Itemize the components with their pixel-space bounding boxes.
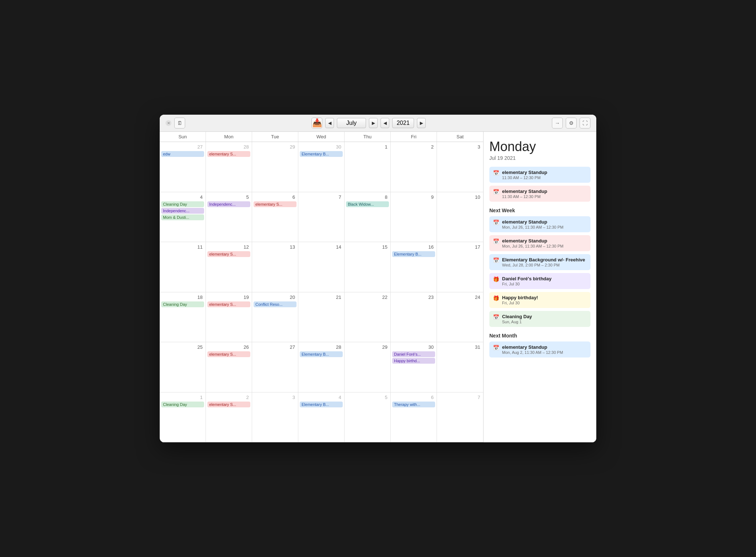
- event-time: Mon, Jul 26, 11:30 AM – 12:30 PM: [502, 244, 564, 248]
- calendar-cell[interactable]: 8Black Widow...: [345, 192, 391, 242]
- event-icon: 📅: [493, 220, 499, 225]
- next-year-button[interactable]: ▶: [417, 118, 426, 128]
- event-pill[interactable]: Cleaning Day: [161, 402, 204, 407]
- calendar-cell[interactable]: 1Cleaning Day: [160, 392, 206, 443]
- event-pill[interactable]: Daniel Foré's...: [392, 351, 435, 357]
- day-number: 2: [207, 394, 250, 401]
- calendar-cell[interactable]: 23: [391, 292, 437, 343]
- calendar-cell[interactable]: 20Conflict Reso...: [252, 292, 298, 343]
- calendar-cell[interactable]: 7: [437, 392, 483, 443]
- calendar-cell[interactable]: 28elementary S...: [206, 142, 252, 192]
- event-pill[interactable]: Black Widow...: [346, 201, 389, 207]
- event-pill[interactable]: Cleaning Day: [161, 301, 204, 307]
- fullscreen-button[interactable]: ⛶: [580, 118, 590, 129]
- calendar-cell[interactable]: 2: [391, 142, 437, 192]
- calendar-cell[interactable]: 26elementary S...: [206, 342, 252, 392]
- day-number: 21: [300, 294, 343, 301]
- event-pill[interactable]: elementary S...: [207, 351, 250, 357]
- calendar-cell[interactable]: 5Independenc...: [206, 192, 252, 242]
- import-button[interactable]: 📥: [311, 118, 322, 129]
- event-title: Daniel Foré's birthday: [502, 276, 552, 281]
- export-button[interactable]: →: [552, 118, 563, 129]
- event-pill[interactable]: Elementary B...: [300, 351, 343, 357]
- sidebar-event[interactable]: 📅 elementary Standup 11:30 AM – 12:30 PM: [489, 186, 590, 202]
- day-header-fri: Fri: [391, 132, 437, 142]
- import-icon: 📥: [312, 118, 322, 128]
- calendar-cell[interactable]: 21: [298, 292, 345, 343]
- day-header-wed: Wed: [298, 132, 345, 142]
- calendar-cell[interactable]: 28Elementary B...: [298, 342, 345, 392]
- settings-button[interactable]: ⚙: [566, 118, 577, 129]
- calendar-cell[interactable]: 1: [345, 142, 391, 192]
- prev-year-button[interactable]: ◀: [381, 118, 389, 128]
- calendar-cell[interactable]: 7: [298, 192, 345, 242]
- sidebar-event[interactable]: 📅 elementary Standup Mon, Jul 26, 11:30 …: [489, 216, 590, 232]
- event-details: Daniel Foré's birthday Fri, Jul 30: [502, 276, 552, 286]
- calendar-cell[interactable]: 10: [437, 192, 483, 242]
- sidebar-event[interactable]: 📅 elementary Standup Mon, Jul 26, 11:30 …: [489, 235, 590, 251]
- event-pill[interactable]: elementary S...: [207, 301, 250, 307]
- day-number: 1: [346, 143, 389, 150]
- sidebar-event[interactable]: 🎁 Daniel Foré's birthday Fri, Jul 30: [489, 273, 590, 289]
- event-pill[interactable]: Happy birthd...: [392, 358, 435, 364]
- event-pill[interactable]: Therapy with...: [392, 402, 435, 407]
- calendar-cell[interactable]: 29: [345, 342, 391, 392]
- event-pill[interactable]: elementary S...: [254, 201, 297, 207]
- calendar-cell[interactable]: 30Daniel Foré's...Happy birthd...: [391, 342, 437, 392]
- event-pill[interactable]: Independenc...: [207, 201, 250, 207]
- next-month-button[interactable]: ▶: [369, 118, 378, 128]
- event-pill[interactable]: Elementary B...: [392, 251, 435, 257]
- add-calendar-button[interactable]: 🗓: [174, 118, 185, 129]
- calendar-cell[interactable]: 25: [160, 342, 206, 392]
- calendar-cell[interactable]: 3: [437, 142, 483, 192]
- calendar-cell[interactable]: 15: [345, 242, 391, 292]
- event-pill[interactable]: Elementary B...: [300, 151, 343, 157]
- calendar-cell[interactable]: 24: [437, 292, 483, 343]
- calendar-cell[interactable]: 11: [160, 242, 206, 292]
- event-pill[interactable]: Independenc...: [161, 208, 204, 214]
- calendar-cell[interactable]: 16Elementary B...: [391, 242, 437, 292]
- sidebar-event[interactable]: 📅 elementary Standup Mon, Aug 2, 11:30 A…: [489, 341, 590, 357]
- event-title: elementary Standup: [502, 189, 547, 194]
- event-pill[interactable]: edw: [161, 151, 204, 157]
- calendar-cell[interactable]: 3: [252, 392, 298, 443]
- sidebar-event[interactable]: 📅 elementary Standup 11:30 AM – 12:30 PM: [489, 167, 590, 183]
- event-pill[interactable]: Conflict Reso...: [254, 301, 297, 307]
- event-pill[interactable]: elementary S...: [207, 251, 250, 257]
- calendar-cell[interactable]: 2elementary S...: [206, 392, 252, 443]
- close-button[interactable]: ✕: [166, 120, 171, 126]
- calendar-cell[interactable]: 19elementary S...: [206, 292, 252, 343]
- sidebar: Monday Jul 19 2021 📅 elementary Standup …: [484, 132, 596, 442]
- day-header-sat: Sat: [437, 132, 483, 142]
- calendar-cell[interactable]: 27edw: [160, 142, 206, 192]
- calendar-cell[interactable]: 18Cleaning Day: [160, 292, 206, 343]
- calendar-cell[interactable]: 4Cleaning DayIndependenc...Mom & Dusti..…: [160, 192, 206, 242]
- calendar-cell[interactable]: 17: [437, 242, 483, 292]
- calendar-cell[interactable]: 22: [345, 292, 391, 343]
- calendar-cell[interactable]: 29: [252, 142, 298, 192]
- calendar-cell[interactable]: 9: [391, 192, 437, 242]
- event-pill[interactable]: Elementary B...: [300, 402, 343, 407]
- event-pill[interactable]: elementary S...: [207, 151, 250, 157]
- calendar-cell[interactable]: 13: [252, 242, 298, 292]
- sidebar-event[interactable]: 🎁 Happy birthday! Fri, Jul 30: [489, 292, 590, 308]
- event-pill[interactable]: Cleaning Day: [161, 201, 204, 207]
- calendar-cell[interactable]: 30Elementary B...: [298, 142, 345, 192]
- event-time: Sun, Aug 1: [502, 320, 532, 324]
- calendar-cell[interactable]: 5: [345, 392, 391, 443]
- sidebar-event[interactable]: 📅 Elementary Background w/- Freehive Wed…: [489, 254, 590, 270]
- toolbar-left: ✕ 🗓: [166, 118, 185, 129]
- day-number: 4: [300, 394, 343, 401]
- sidebar-event[interactable]: 📅 Cleaning Day Sun, Aug 1: [489, 311, 590, 327]
- event-title: elementary Standup: [502, 344, 563, 350]
- calendar-cell[interactable]: 6Therapy with...: [391, 392, 437, 443]
- event-pill[interactable]: elementary S...: [207, 402, 250, 407]
- calendar-cell[interactable]: 14: [298, 242, 345, 292]
- prev-month-button[interactable]: ◀: [325, 118, 334, 128]
- event-pill[interactable]: Mom & Dusti...: [161, 214, 204, 220]
- calendar-cell[interactable]: 12elementary S...: [206, 242, 252, 292]
- calendar-cell[interactable]: 27: [252, 342, 298, 392]
- calendar-cell[interactable]: 31: [437, 342, 483, 392]
- calendar-cell[interactable]: 6elementary S...: [252, 192, 298, 242]
- calendar-cell[interactable]: 4Elementary B...: [298, 392, 345, 443]
